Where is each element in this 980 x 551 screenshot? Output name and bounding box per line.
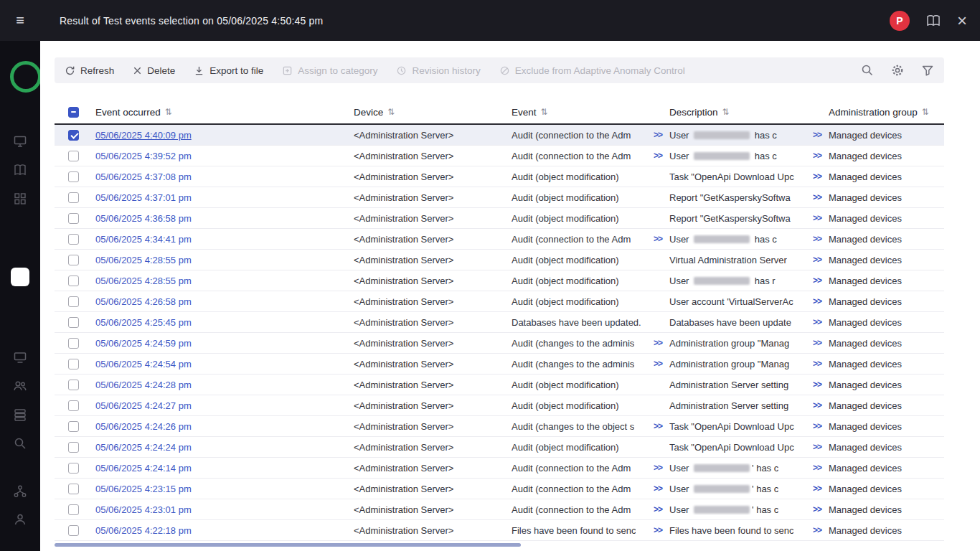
- event-time-link[interactable]: 05/06/2025 4:36:58 pm: [95, 213, 192, 224]
- expand-link[interactable]: >>: [649, 484, 662, 494]
- row-checkbox[interactable]: [68, 338, 79, 349]
- expand-link[interactable]: >>: [649, 151, 662, 161]
- column-header-event-occurred[interactable]: Event occurred ⇅: [95, 107, 354, 118]
- event-time-link[interactable]: 05/06/2025 4:28:55 pm: [95, 276, 192, 286]
- table-row[interactable]: 05/06/2025 4:26:58 pm<Administration Ser…: [55, 291, 944, 312]
- row-checkbox[interactable]: [68, 255, 79, 265]
- delete-button[interactable]: Delete: [133, 65, 175, 76]
- table-row[interactable]: 05/06/2025 4:34:41 pm<Administration Ser…: [55, 229, 944, 250]
- row-checkbox[interactable]: [68, 484, 79, 494]
- product-badge-icon[interactable]: P: [890, 11, 910, 31]
- column-header-event[interactable]: Event ⇅: [512, 107, 669, 118]
- event-time-link[interactable]: 05/06/2025 4:37:01 pm: [95, 192, 192, 203]
- row-checkbox[interactable]: [68, 525, 79, 536]
- expand-link[interactable]: >>: [809, 380, 821, 390]
- event-time-link[interactable]: 05/06/2025 4:24:26 pm: [95, 421, 192, 432]
- expand-link[interactable]: >>: [809, 504, 821, 514]
- expand-link[interactable]: >>: [809, 171, 821, 182]
- row-checkbox[interactable]: [68, 463, 79, 474]
- row-checkbox[interactable]: [68, 380, 79, 390]
- event-time-link[interactable]: 05/06/2025 4:24:54 pm: [95, 359, 192, 369]
- expand-link[interactable]: >>: [809, 400, 821, 410]
- table-row[interactable]: 05/06/2025 4:37:08 pm<Administration Ser…: [55, 166, 944, 187]
- expand-link[interactable]: >>: [809, 234, 821, 244]
- refresh-button[interactable]: Refresh: [65, 65, 114, 76]
- expand-link[interactable]: >>: [649, 234, 662, 244]
- table-row[interactable]: 05/06/2025 4:24:27 pm<Administration Ser…: [55, 395, 944, 416]
- row-checkbox[interactable]: [68, 151, 79, 161]
- table-row[interactable]: 05/06/2025 4:28:55 pm<Administration Ser…: [55, 250, 944, 270]
- expand-link[interactable]: >>: [809, 525, 821, 535]
- event-time-link[interactable]: 05/06/2025 4:24:27 pm: [95, 400, 192, 411]
- expand-link[interactable]: >>: [649, 130, 662, 140]
- expand-link[interactable]: >>: [809, 421, 821, 431]
- expand-link[interactable]: >>: [809, 484, 821, 494]
- users-icon[interactable]: [13, 379, 27, 393]
- table-row[interactable]: 05/06/2025 4:24:59 pm<Administration Ser…: [55, 333, 944, 354]
- table-row[interactable]: 05/06/2025 4:28:55 pm<Administration Ser…: [55, 270, 944, 291]
- row-checkbox[interactable]: [68, 130, 79, 141]
- row-checkbox[interactable]: [68, 359, 79, 369]
- expand-link[interactable]: >>: [809, 359, 821, 369]
- expand-link[interactable]: >>: [809, 463, 821, 473]
- event-time-link[interactable]: 05/06/2025 4:23:01 pm: [95, 504, 192, 515]
- expand-link[interactable]: >>: [809, 151, 821, 161]
- assign-to-category-button[interactable]: Assign to category: [282, 65, 377, 76]
- sort-icon[interactable]: ⇅: [922, 107, 929, 117]
- expand-link[interactable]: >>: [809, 213, 821, 223]
- row-checkbox[interactable]: [68, 442, 79, 453]
- expand-link[interactable]: >>: [649, 504, 662, 514]
- event-time-link[interactable]: 05/06/2025 4:24:14 pm: [95, 463, 192, 474]
- event-time-link[interactable]: 05/06/2025 4:40:09 pm: [95, 130, 192, 141]
- select-all-checkbox[interactable]: [68, 107, 79, 118]
- reports-icon[interactable]: [13, 163, 27, 177]
- menu-icon[interactable]: ≡: [0, 12, 40, 29]
- expand-link[interactable]: >>: [809, 192, 821, 202]
- table-row[interactable]: 05/06/2025 4:37:01 pm<Administration Ser…: [55, 187, 944, 208]
- expand-link[interactable]: >>: [649, 359, 662, 369]
- event-time-link[interactable]: 05/06/2025 4:22:18 pm: [95, 525, 192, 536]
- close-icon[interactable]: ×: [957, 12, 967, 29]
- expand-link[interactable]: >>: [649, 525, 662, 535]
- table-row[interactable]: 05/06/2025 4:40:09 pm<Administration Ser…: [55, 125, 944, 146]
- row-checkbox[interactable]: [68, 171, 79, 182]
- expand-link[interactable]: >>: [809, 338, 821, 348]
- sort-icon[interactable]: ⇅: [165, 107, 172, 117]
- expand-link[interactable]: >>: [649, 338, 662, 348]
- table-row[interactable]: 05/06/2025 4:24:28 pm<Administration Ser…: [55, 375, 944, 395]
- event-time-link[interactable]: 05/06/2025 4:26:58 pm: [95, 296, 192, 307]
- table-row[interactable]: 05/06/2025 4:23:01 pm<Administration Ser…: [55, 499, 944, 520]
- event-time-link[interactable]: 05/06/2025 4:37:08 pm: [95, 171, 192, 182]
- active-nav-item[interactable]: [11, 268, 29, 286]
- table-row[interactable]: 05/06/2025 4:39:52 pm<Administration Ser…: [55, 146, 944, 166]
- expand-link[interactable]: >>: [649, 463, 662, 473]
- column-header-device[interactable]: Device ⇅: [354, 107, 512, 118]
- event-time-link[interactable]: 05/06/2025 4:23:15 pm: [95, 484, 192, 494]
- event-time-link[interactable]: 05/06/2025 4:28:55 pm: [95, 255, 192, 265]
- horizontal-scrollbar[interactable]: [55, 543, 521, 547]
- table-row[interactable]: 05/06/2025 4:23:15 pm<Administration Ser…: [55, 479, 944, 499]
- event-time-link[interactable]: 05/06/2025 4:39:52 pm: [95, 151, 192, 161]
- expand-link[interactable]: >>: [809, 255, 821, 265]
- monitoring-icon[interactable]: [13, 134, 27, 149]
- row-checkbox[interactable]: [68, 234, 79, 245]
- row-checkbox[interactable]: [68, 213, 79, 224]
- event-time-link[interactable]: 05/06/2025 4:24:59 pm: [95, 338, 192, 349]
- row-checkbox[interactable]: [68, 296, 79, 307]
- row-checkbox[interactable]: [68, 504, 79, 515]
- event-time-link[interactable]: 05/06/2025 4:24:24 pm: [95, 442, 192, 453]
- table-row[interactable]: 05/06/2025 4:24:26 pm<Administration Ser…: [55, 416, 944, 437]
- column-header-description[interactable]: Description ⇅: [669, 107, 829, 118]
- export-to-file-button[interactable]: Export to file: [194, 65, 263, 76]
- expand-link[interactable]: >>: [809, 317, 821, 327]
- devices-icon[interactable]: [13, 350, 27, 364]
- help-book-icon[interactable]: [925, 14, 941, 27]
- row-checkbox[interactable]: [68, 317, 79, 328]
- row-checkbox[interactable]: [68, 400, 79, 411]
- column-header-administration-group[interactable]: Administration group ⇅: [829, 107, 944, 118]
- row-checkbox[interactable]: [68, 421, 79, 432]
- search-icon[interactable]: [861, 64, 874, 77]
- table-row[interactable]: 05/06/2025 4:25:45 pm<Administration Ser…: [55, 312, 944, 333]
- expand-link[interactable]: >>: [809, 296, 821, 306]
- expand-link[interactable]: >>: [809, 276, 821, 286]
